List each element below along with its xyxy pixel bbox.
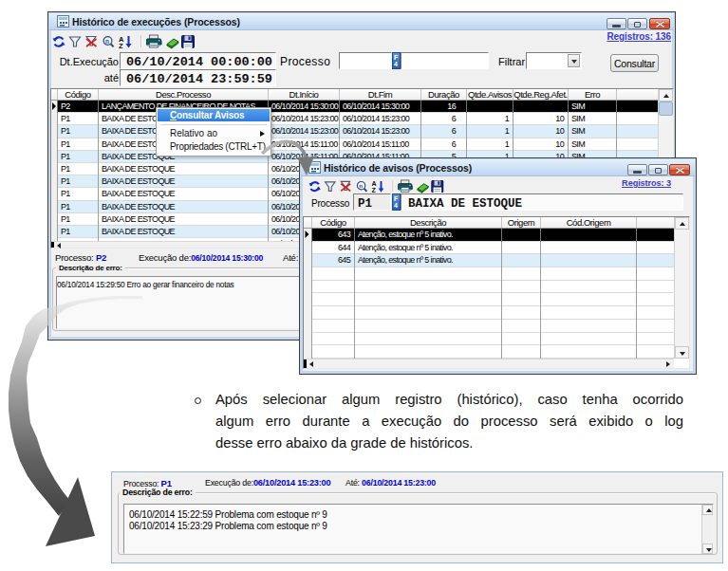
svg-text:n: n bbox=[105, 38, 109, 45]
svg-text:Z: Z bbox=[119, 42, 123, 49]
svg-text:Z: Z bbox=[371, 187, 376, 193]
svg-text:n: n bbox=[359, 182, 363, 189]
